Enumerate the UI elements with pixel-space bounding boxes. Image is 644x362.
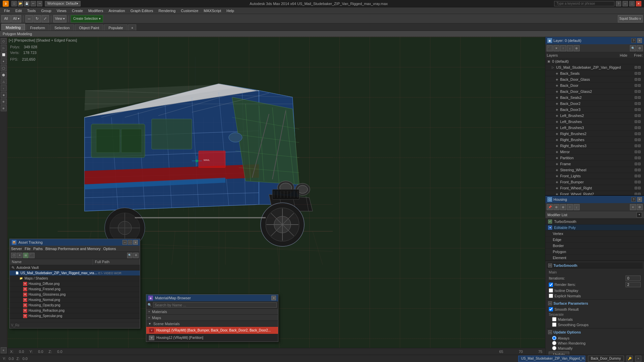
layer-item[interactable]: ◈Right_Brushes3 xyxy=(545,143,644,149)
tb-dropdown[interactable]: All ▾ xyxy=(11,15,21,22)
mod-tb-pin[interactable]: 📌 xyxy=(547,204,553,210)
close-btn[interactable]: ✕ xyxy=(636,1,641,6)
mod-item-turbosmooth[interactable]: ✓ TurboSmooth xyxy=(545,219,644,225)
layer-tb-5[interactable]: ⊕ xyxy=(574,45,580,51)
asset-tb-2[interactable]: ≡ xyxy=(17,253,22,258)
tab-modeling[interactable]: Modeling xyxy=(1,24,25,31)
mat-item-1[interactable]: V Housing1 (VRayMtl) [Back_Bumper, Back_… xyxy=(146,327,278,334)
toolbar-new[interactable]: ◻ xyxy=(11,1,17,6)
menu-customize[interactable]: Customize xyxy=(178,7,201,14)
layer-tb-1[interactable]: ⬛ xyxy=(547,45,553,51)
menu-help[interactable]: Help xyxy=(224,7,237,14)
sidebar-btn-1[interactable]: ⬡ xyxy=(1,38,7,44)
tb-select-all[interactable]: All xyxy=(1,15,11,22)
asset-menu-options[interactable]: Options xyxy=(103,247,116,251)
mod-item-vertex[interactable]: Vertex xyxy=(545,231,644,237)
asset-row[interactable]: RHousing_Opacity.png xyxy=(10,303,140,308)
mod-item-edge[interactable]: Edge xyxy=(545,237,644,243)
layer-item[interactable]: ◈Right_Brushes xyxy=(545,137,644,143)
tab-selection[interactable]: Selection xyxy=(50,24,74,31)
toolbar-save[interactable]: 💾 xyxy=(24,1,30,6)
render-iters-checkbox[interactable] xyxy=(549,283,553,287)
asset-menu-file[interactable]: File xyxy=(24,247,31,251)
tb-create-selection[interactable]: Create Selection ▾ xyxy=(71,15,103,22)
mod-tb-config[interactable]: ≡ xyxy=(630,204,636,210)
layer-tb-search[interactable]: 🔍 xyxy=(630,45,636,51)
asset-tb-4[interactable]: ⬛ xyxy=(29,253,35,258)
mod-tb-4[interactable]: ↑ xyxy=(567,204,573,210)
tb-rotate[interactable]: ↻ xyxy=(34,15,41,22)
sidebar-btn-7[interactable]: △ xyxy=(1,78,7,84)
layer-item[interactable]: ◈Back_Door xyxy=(545,82,644,88)
layer-item[interactable]: ◈Back_Door_Glass2 xyxy=(545,88,644,95)
bottom-layer-item-1[interactable]: US_Mail_Studebaker_ZIP_Van_Rigged_H... xyxy=(518,356,585,362)
layer-help-btn[interactable]: ? xyxy=(631,38,636,43)
asset-menu-server[interactable]: Server xyxy=(11,247,22,251)
mod-item-editable-poly[interactable]: ● Editable Poly xyxy=(545,225,644,231)
layer-item[interactable]: ◈Left_Brushes3 xyxy=(545,125,644,131)
asset-menu-bitmap[interactable]: Bitmap Performance and Memory xyxy=(45,247,100,251)
sidebar-btn-3[interactable]: ⬜ xyxy=(1,52,7,58)
menu-modifiers[interactable]: Modifiers xyxy=(86,7,106,14)
mod-item-element[interactable]: Element xyxy=(545,255,644,261)
maximize-btn[interactable]: □ xyxy=(629,1,635,6)
asset-row[interactable]: 📁Maps / Shaders xyxy=(10,276,140,281)
layer-item[interactable]: ◈Right_Brushes2 xyxy=(545,131,644,137)
tb-squid-studio[interactable]: Squid Studio v xyxy=(618,15,643,22)
layer-item[interactable]: ◈Partition xyxy=(545,155,644,161)
asset-row[interactable]: RHousing_Specular.png xyxy=(10,313,140,319)
mat-materials-header[interactable]: + Materials xyxy=(146,309,278,315)
sidebar-btn-4[interactable]: ✦ xyxy=(1,58,7,64)
layer-tb-settings[interactable]: ⚙ xyxy=(637,45,643,51)
tab-freeform[interactable]: Freeform xyxy=(26,24,50,31)
search-box[interactable]: Type a keyword or phrase xyxy=(554,1,614,6)
tb-view-selector[interactable]: View ▾ xyxy=(53,15,66,22)
layer-item[interactable]: ▷US_Mail_Studebaker_ZIP_Van_Rigged xyxy=(545,64,644,70)
update-button[interactable]: Update xyxy=(549,352,569,355)
asset-row[interactable]: RHousing_Refraction.png xyxy=(10,308,140,313)
sidebar-btn-bottom[interactable]: ≡ xyxy=(1,347,7,353)
layer-item[interactable]: ◈Back_Door3 xyxy=(545,107,644,113)
mod-tb-3[interactable]: ⊗ xyxy=(560,204,566,210)
layer-item[interactable]: ▣0 (default) xyxy=(545,58,644,64)
sp-expand-icon[interactable]: ─ xyxy=(548,301,552,305)
toolbar-undo[interactable]: ↩ xyxy=(31,1,36,6)
tab-object-paint[interactable]: Object Paint xyxy=(75,24,104,31)
asset-minimize-btn[interactable]: ─ xyxy=(122,240,127,245)
mat-search-input[interactable] xyxy=(153,302,277,308)
menu-animation[interactable]: Animation xyxy=(106,7,128,14)
tab-populate[interactable]: Populate xyxy=(104,24,127,31)
mat-item-2[interactable]: V Housing12 (VRayMtl) [Partition] xyxy=(146,334,278,342)
always-radio[interactable] xyxy=(552,336,556,340)
tb-scale[interactable]: ⤢ xyxy=(42,15,49,22)
asset-row[interactable]: RHousing_Diffuse.png xyxy=(10,281,140,287)
asset-tb-search[interactable]: 🔍 xyxy=(127,253,132,258)
iterations-input[interactable] xyxy=(626,276,641,281)
sidebar-btn-8[interactable]: ⬦ xyxy=(1,85,7,91)
tb-move[interactable]: ↔ xyxy=(25,15,33,22)
mat-maps-header[interactable]: + Maps xyxy=(146,315,278,321)
tab-more[interactable]: + xyxy=(128,24,136,31)
mod-help-btn[interactable]: ? xyxy=(631,197,636,202)
bottom-layer-item-2[interactable]: Back_Door_Dummy xyxy=(588,356,624,362)
smoothing-groups-checkbox[interactable] xyxy=(552,322,556,327)
asset-close-btn[interactable]: ✕ xyxy=(133,240,138,245)
layer-item[interactable]: ◈Front_Lights xyxy=(545,173,644,179)
smooth-result-checkbox[interactable] xyxy=(549,307,553,311)
menu-graph-editors[interactable]: Graph Editors xyxy=(128,7,156,14)
add-time-icon[interactable]: + xyxy=(635,356,641,362)
menu-rendering[interactable]: Rendering xyxy=(156,7,178,14)
asset-row[interactable]: RHousing_Fresnel.png xyxy=(10,287,140,292)
layer-item[interactable]: ◈Back_Door2 xyxy=(545,101,644,107)
minimize-btn[interactable]: ─ xyxy=(623,1,628,6)
mod-item-border[interactable]: Border xyxy=(545,243,644,249)
asset-tb-3[interactable]: ▤ xyxy=(23,253,29,258)
layer-item[interactable]: ◈Front_Wheel_Right2 xyxy=(545,191,644,195)
asset-maximize-btn[interactable]: □ xyxy=(128,240,132,245)
modifier-list-dropdown[interactable]: Modifier List ▾ xyxy=(545,211,644,219)
layer-item[interactable]: ◈Frame xyxy=(545,161,644,167)
layer-item[interactable]: ◈Back_Door_Glass xyxy=(545,76,644,82)
menu-create[interactable]: Create xyxy=(69,7,86,14)
asset-row[interactable]: 📄US_Mail_Studebaker_ZIP_Van_Rigged_max_v… xyxy=(10,270,140,276)
asset-tb-1[interactable]: ⬡ xyxy=(11,253,16,258)
